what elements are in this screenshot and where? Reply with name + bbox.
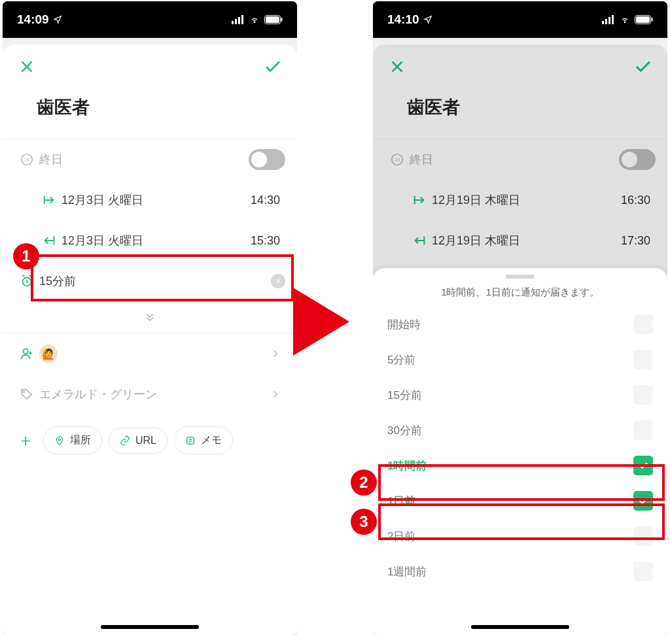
svg-point-19 — [624, 22, 625, 22]
sheet-grabber[interactable] — [506, 275, 535, 279]
svg-rect-18 — [612, 15, 614, 24]
end-date-label: 12月19日 木曜日 — [432, 233, 621, 248]
reminder-option-start[interactable]: 開始時 — [373, 307, 667, 342]
svg-text:24: 24 — [24, 157, 29, 163]
checkbox-icon — [633, 526, 653, 546]
attachment-chips: ＋ 場所 URL — [3, 415, 297, 466]
alarm-icon — [14, 274, 39, 288]
location-icon — [53, 15, 62, 24]
event-title: 歯医者 — [373, 89, 667, 139]
event-title[interactable]: 歯医者 — [3, 89, 297, 139]
reminder-option-1day[interactable]: 1日前 — [373, 483, 667, 518]
svg-rect-16 — [605, 19, 607, 24]
reminder-value: 15分前 — [39, 273, 271, 289]
allday-icon: 24 — [385, 152, 410, 167]
svg-point-11 — [24, 349, 28, 354]
clear-reminder-button[interactable] — [271, 274, 285, 288]
color-label: エメラルド・グリーン — [39, 386, 271, 402]
svg-rect-17 — [608, 17, 610, 24]
option-label: 15分前 — [387, 388, 422, 403]
memo-icon — [185, 435, 196, 446]
person-icon — [14, 347, 39, 361]
checkbox-icon — [633, 420, 653, 440]
attendee-avatar: 🙋 — [39, 345, 271, 363]
status-time: 14:09 — [17, 12, 49, 27]
chip-url[interactable]: URL — [109, 428, 168, 454]
reminder-picker-sheet: 1時間前、1日前に通知が届きます。 開始時 5分前 15分前 30分前 — [373, 268, 667, 636]
svg-rect-3 — [241, 15, 243, 24]
checkbox-icon — [633, 456, 653, 475]
pin-icon — [54, 435, 65, 446]
svg-text:24: 24 — [395, 157, 400, 163]
wifi-icon — [249, 15, 260, 24]
start-date-label: 12月19日 木曜日 — [432, 192, 621, 208]
option-label: 5分前 — [387, 352, 415, 367]
checkbox-icon — [633, 350, 653, 369]
add-attachment-button[interactable]: ＋ — [14, 429, 37, 452]
reminder-option-1hour[interactable]: 1時間前 — [373, 448, 667, 483]
option-label: 2日前 — [387, 529, 415, 544]
reminder-row[interactable]: 15分前 — [3, 261, 297, 301]
option-label: 1週間前 — [387, 564, 427, 579]
battery-icon — [264, 15, 283, 24]
reminder-summary: 1時間前、1日前に通知が届きます。 — [373, 282, 667, 307]
svg-rect-0 — [232, 21, 234, 24]
chip-place-label: 場所 — [70, 433, 91, 447]
svg-rect-15 — [602, 21, 604, 24]
battery-icon — [635, 15, 653, 24]
signal-icon — [232, 15, 245, 24]
chip-place[interactable]: 場所 — [43, 426, 102, 454]
checkbox-icon — [633, 491, 653, 511]
allday-row: 24 終日 — [373, 139, 667, 180]
svg-point-13 — [58, 439, 60, 441]
chip-memo[interactable]: メモ — [174, 426, 233, 454]
start-date-label: 12月3日 火曜日 — [62, 192, 251, 208]
option-label: 1日前 — [387, 494, 415, 509]
end-arrow-icon — [37, 233, 62, 248]
end-date-label: 12月3日 火曜日 — [62, 233, 251, 248]
chevron-right-icon — [271, 349, 285, 358]
checkbox-icon — [633, 385, 653, 405]
start-time-label: 16:30 — [621, 194, 656, 207]
reminder-option-5min[interactable]: 5分前 — [373, 342, 667, 377]
color-row[interactable]: エメラルド・グリーン — [3, 374, 297, 415]
attendee-row[interactable]: 🙋 — [3, 333, 297, 374]
close-button[interactable] — [17, 57, 37, 76]
start-arrow-icon — [37, 193, 62, 207]
signal-icon — [602, 15, 615, 24]
home-indicator — [101, 625, 199, 629]
option-label: 開始時 — [387, 317, 421, 332]
checkbox-icon — [633, 562, 653, 581]
option-label: 1時間前 — [387, 458, 427, 473]
status-bar: 14:10 — [373, 1, 667, 38]
start-datetime-row: 12月19日 木曜日 16:30 — [373, 180, 667, 220]
checkbox-icon — [633, 314, 653, 334]
chevron-right-icon — [271, 390, 285, 399]
confirm-button[interactable] — [263, 57, 283, 76]
link-icon — [120, 435, 130, 446]
tag-icon — [14, 387, 39, 401]
reminder-option-1week[interactable]: 1週間前 — [373, 554, 667, 589]
svg-point-4 — [254, 22, 255, 22]
expand-button[interactable] — [3, 301, 297, 333]
start-arrow-icon — [407, 193, 432, 207]
reminder-option-15min[interactable]: 15分前 — [373, 377, 667, 413]
reminder-option-2day[interactable]: 2日前 — [373, 518, 667, 554]
reminder-option-30min[interactable]: 30分前 — [373, 413, 667, 448]
close-button[interactable] — [387, 57, 407, 76]
svg-rect-6 — [266, 16, 279, 23]
allday-icon: 24 — [14, 152, 39, 167]
confirm-button[interactable] — [633, 57, 653, 76]
location-icon — [423, 15, 432, 24]
end-time-label: 17:30 — [621, 234, 656, 248]
option-label: 30分前 — [387, 423, 422, 438]
end-time-label: 15:30 — [251, 234, 285, 248]
allday-row[interactable]: 24 終日 — [3, 139, 297, 180]
start-datetime-row[interactable]: 12月3日 火曜日 14:30 — [3, 180, 297, 220]
wifi-icon — [619, 15, 631, 24]
end-arrow-icon — [407, 233, 432, 248]
allday-toggle[interactable] — [249, 149, 285, 170]
phone-right: 14:10 — [373, 1, 667, 636]
svg-rect-1 — [235, 19, 237, 24]
end-datetime-row[interactable]: 12月3日 火曜日 15:30 — [3, 220, 297, 261]
